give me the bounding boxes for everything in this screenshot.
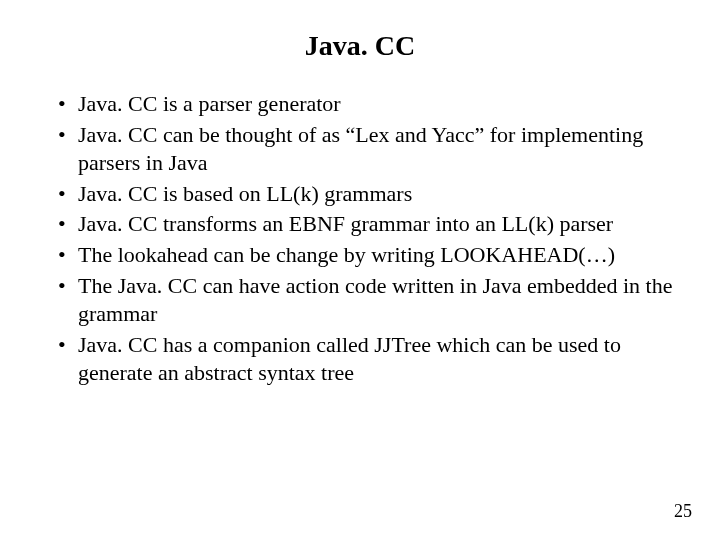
list-item: Java. CC is a parser generator — [58, 90, 690, 119]
list-item: The lookahead can be change by writing L… — [58, 241, 690, 270]
bullet-list: Java. CC is a parser generator Java. CC … — [30, 90, 690, 388]
list-item: Java. CC has a companion called JJTree w… — [58, 331, 690, 388]
list-item: Java. CC transforms an EBNF grammar into… — [58, 210, 690, 239]
slide-title: Java. CC — [30, 30, 690, 62]
list-item: Java. CC is based on LL(k) grammars — [58, 180, 690, 209]
page-number: 25 — [674, 501, 692, 522]
list-item: The Java. CC can have action code writte… — [58, 272, 690, 329]
list-item: Java. CC can be thought of as “Lex and Y… — [58, 121, 690, 178]
